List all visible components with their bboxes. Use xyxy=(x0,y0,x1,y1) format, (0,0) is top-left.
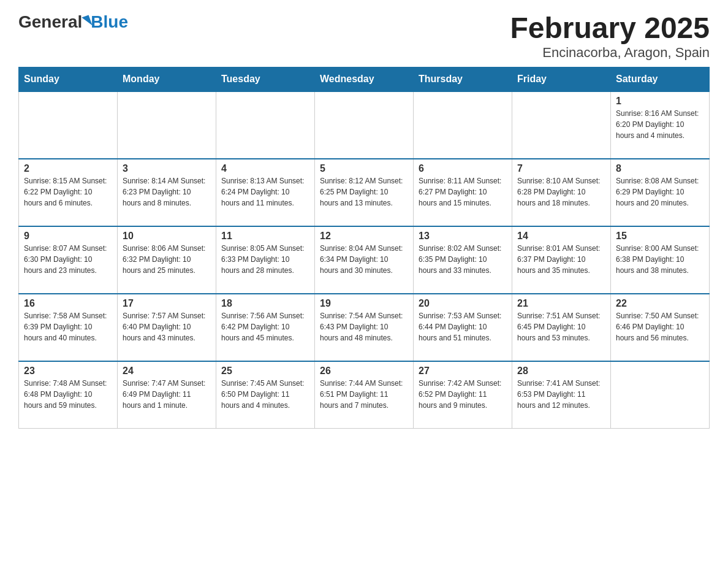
calendar-day-cell: 23Sunrise: 7:48 AM Sunset: 6:48 PM Dayli… xyxy=(19,361,118,429)
page-header: General Blue February 2025 Encinacorba, … xyxy=(18,12,710,61)
calendar-day-cell: 9Sunrise: 8:07 AM Sunset: 6:30 PM Daylig… xyxy=(19,226,118,294)
day-info: Sunrise: 7:50 AM Sunset: 6:46 PM Dayligh… xyxy=(616,310,704,343)
day-number: 7 xyxy=(517,163,605,174)
day-number: 8 xyxy=(616,163,704,174)
calendar-day-cell xyxy=(512,91,611,159)
day-number: 3 xyxy=(123,163,211,174)
day-info: Sunrise: 7:41 AM Sunset: 6:53 PM Dayligh… xyxy=(517,378,605,411)
calendar-day-cell: 22Sunrise: 7:50 AM Sunset: 6:46 PM Dayli… xyxy=(611,294,710,361)
calendar-week-row: 1Sunrise: 8:16 AM Sunset: 6:20 PM Daylig… xyxy=(19,91,710,159)
day-number: 14 xyxy=(517,231,605,242)
calendar-day-cell: 19Sunrise: 7:54 AM Sunset: 6:43 PM Dayli… xyxy=(315,294,414,361)
day-number: 23 xyxy=(24,366,112,377)
day-info: Sunrise: 8:10 AM Sunset: 6:28 PM Dayligh… xyxy=(517,175,605,209)
day-number: 20 xyxy=(419,298,507,309)
day-number: 16 xyxy=(24,298,112,309)
calendar-day-cell xyxy=(414,91,512,159)
day-info: Sunrise: 8:01 AM Sunset: 6:37 PM Dayligh… xyxy=(517,243,605,276)
calendar-week-row: 23Sunrise: 7:48 AM Sunset: 6:48 PM Dayli… xyxy=(19,361,710,429)
calendar-day-cell xyxy=(611,361,710,429)
day-number: 13 xyxy=(419,231,507,242)
calendar-day-cell: 18Sunrise: 7:56 AM Sunset: 6:42 PM Dayli… xyxy=(216,294,315,361)
calendar-day-cell: 27Sunrise: 7:42 AM Sunset: 6:52 PM Dayli… xyxy=(414,361,512,429)
calendar-day-cell: 16Sunrise: 7:58 AM Sunset: 6:39 PM Dayli… xyxy=(19,294,118,361)
day-number: 27 xyxy=(419,366,507,377)
day-info: Sunrise: 7:56 AM Sunset: 6:42 PM Dayligh… xyxy=(221,310,309,343)
calendar-day-cell: 26Sunrise: 7:44 AM Sunset: 6:51 PM Dayli… xyxy=(315,361,414,429)
calendar-day-cell: 8Sunrise: 8:08 AM Sunset: 6:29 PM Daylig… xyxy=(611,159,710,226)
calendar-day-cell: 4Sunrise: 8:13 AM Sunset: 6:24 PM Daylig… xyxy=(216,159,315,226)
calendar-day-cell xyxy=(19,91,118,159)
calendar-day-cell: 24Sunrise: 7:47 AM Sunset: 6:49 PM Dayli… xyxy=(118,361,216,429)
day-info: Sunrise: 8:06 AM Sunset: 6:32 PM Dayligh… xyxy=(123,243,211,276)
day-info: Sunrise: 7:58 AM Sunset: 6:39 PM Dayligh… xyxy=(24,310,112,343)
day-of-week-header: Monday xyxy=(118,67,216,91)
day-info: Sunrise: 8:04 AM Sunset: 6:34 PM Dayligh… xyxy=(320,243,408,276)
calendar-week-row: 9Sunrise: 8:07 AM Sunset: 6:30 PM Daylig… xyxy=(19,226,710,294)
calendar-week-row: 2Sunrise: 8:15 AM Sunset: 6:22 PM Daylig… xyxy=(19,159,710,226)
calendar-day-cell: 1Sunrise: 8:16 AM Sunset: 6:20 PM Daylig… xyxy=(611,91,710,159)
day-of-week-header: Thursday xyxy=(414,67,512,91)
calendar-day-cell: 3Sunrise: 8:14 AM Sunset: 6:23 PM Daylig… xyxy=(118,159,216,226)
logo-general-text: General xyxy=(18,12,82,32)
day-number: 26 xyxy=(320,366,408,377)
day-of-week-header: Saturday xyxy=(611,67,710,91)
day-info: Sunrise: 7:47 AM Sunset: 6:49 PM Dayligh… xyxy=(123,378,211,411)
calendar-title: February 2025 xyxy=(510,12,710,45)
day-info: Sunrise: 8:05 AM Sunset: 6:33 PM Dayligh… xyxy=(221,243,309,276)
day-of-week-header: Wednesday xyxy=(315,67,414,91)
day-info: Sunrise: 7:57 AM Sunset: 6:40 PM Dayligh… xyxy=(123,310,211,343)
day-info: Sunrise: 7:54 AM Sunset: 6:43 PM Dayligh… xyxy=(320,310,408,343)
day-number: 22 xyxy=(616,298,704,309)
calendar-day-cell xyxy=(118,91,216,159)
day-number: 28 xyxy=(517,366,605,377)
day-number: 24 xyxy=(123,366,211,377)
calendar-day-cell: 25Sunrise: 7:45 AM Sunset: 6:50 PM Dayli… xyxy=(216,361,315,429)
day-info: Sunrise: 8:02 AM Sunset: 6:35 PM Dayligh… xyxy=(419,243,507,276)
day-number: 4 xyxy=(221,163,309,174)
day-number: 2 xyxy=(24,163,112,174)
day-info: Sunrise: 7:51 AM Sunset: 6:45 PM Dayligh… xyxy=(517,310,605,343)
day-info: Sunrise: 8:11 AM Sunset: 6:27 PM Dayligh… xyxy=(419,175,507,209)
day-info: Sunrise: 7:48 AM Sunset: 6:48 PM Dayligh… xyxy=(24,378,112,411)
calendar-day-cell: 5Sunrise: 8:12 AM Sunset: 6:25 PM Daylig… xyxy=(315,159,414,226)
calendar-table: SundayMondayTuesdayWednesdayThursdayFrid… xyxy=(18,67,710,429)
calendar-day-cell: 11Sunrise: 8:05 AM Sunset: 6:33 PM Dayli… xyxy=(216,226,315,294)
day-number: 25 xyxy=(221,366,309,377)
day-info: Sunrise: 7:42 AM Sunset: 6:52 PM Dayligh… xyxy=(419,378,507,411)
day-info: Sunrise: 8:00 AM Sunset: 6:38 PM Dayligh… xyxy=(616,243,704,276)
day-number: 21 xyxy=(517,298,605,309)
calendar-day-cell xyxy=(216,91,315,159)
calendar-day-cell: 28Sunrise: 7:41 AM Sunset: 6:53 PM Dayli… xyxy=(512,361,611,429)
day-of-week-row: SundayMondayTuesdayWednesdayThursdayFrid… xyxy=(19,67,710,91)
day-of-week-header: Tuesday xyxy=(216,67,315,91)
day-info: Sunrise: 8:15 AM Sunset: 6:22 PM Dayligh… xyxy=(24,175,112,209)
calendar-week-row: 16Sunrise: 7:58 AM Sunset: 6:39 PM Dayli… xyxy=(19,294,710,361)
calendar-day-cell: 12Sunrise: 8:04 AM Sunset: 6:34 PM Dayli… xyxy=(315,226,414,294)
day-info: Sunrise: 8:12 AM Sunset: 6:25 PM Dayligh… xyxy=(320,175,408,209)
day-info: Sunrise: 7:45 AM Sunset: 6:50 PM Dayligh… xyxy=(221,378,309,411)
day-number: 9 xyxy=(24,231,112,242)
calendar-day-cell: 2Sunrise: 8:15 AM Sunset: 6:22 PM Daylig… xyxy=(19,159,118,226)
calendar-day-cell: 7Sunrise: 8:10 AM Sunset: 6:28 PM Daylig… xyxy=(512,159,611,226)
title-area: February 2025 Encinacorba, Aragon, Spain xyxy=(510,12,710,61)
day-number: 17 xyxy=(123,298,211,309)
day-number: 12 xyxy=(320,231,408,242)
day-number: 11 xyxy=(221,231,309,242)
day-number: 5 xyxy=(320,163,408,174)
day-number: 6 xyxy=(419,163,507,174)
logo: General Blue xyxy=(18,12,128,32)
calendar-day-cell: 10Sunrise: 8:06 AM Sunset: 6:32 PM Dayli… xyxy=(118,226,216,294)
logo-blue-text: Blue xyxy=(91,12,128,32)
day-info: Sunrise: 8:13 AM Sunset: 6:24 PM Dayligh… xyxy=(221,175,309,209)
day-number: 15 xyxy=(616,231,704,242)
day-of-week-header: Friday xyxy=(512,67,611,91)
day-number: 10 xyxy=(123,231,211,242)
day-number: 1 xyxy=(616,96,704,107)
calendar-day-cell: 15Sunrise: 8:00 AM Sunset: 6:38 PM Dayli… xyxy=(611,226,710,294)
calendar-day-cell: 14Sunrise: 8:01 AM Sunset: 6:37 PM Dayli… xyxy=(512,226,611,294)
day-info: Sunrise: 8:14 AM Sunset: 6:23 PM Dayligh… xyxy=(123,175,211,209)
calendar-day-cell xyxy=(315,91,414,159)
day-info: Sunrise: 8:07 AM Sunset: 6:30 PM Dayligh… xyxy=(24,243,112,276)
calendar-day-cell: 6Sunrise: 8:11 AM Sunset: 6:27 PM Daylig… xyxy=(414,159,512,226)
